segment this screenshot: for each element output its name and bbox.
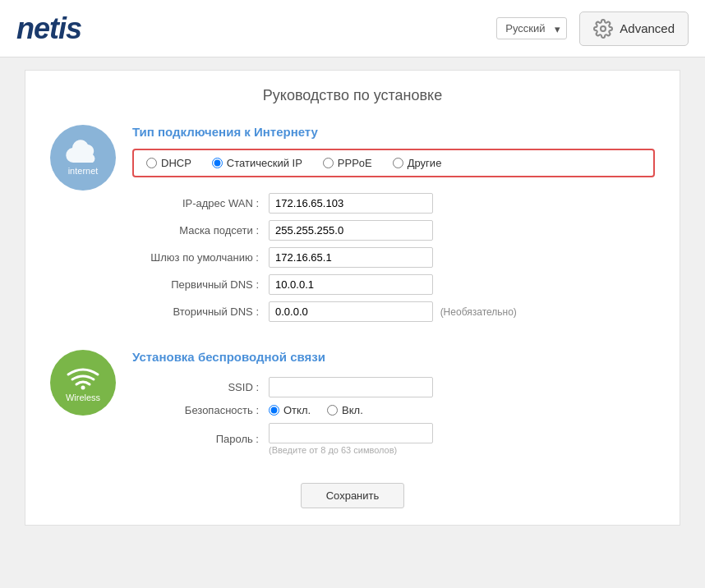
- gateway-row: Шлюз по умолчанию :: [132, 244, 655, 271]
- internet-icon: internet: [50, 125, 116, 191]
- wan-ip-label: IP-адрес WAN :: [132, 190, 264, 217]
- other-label: Другие: [408, 157, 442, 169]
- main-content: Руководство по установке internet Тип по…: [25, 70, 680, 526]
- secondary-dns-label: Вторичный DNS :: [132, 298, 264, 325]
- gateway-input[interactable]: [269, 247, 433, 268]
- security-off-option[interactable]: Откл.: [269, 404, 311, 416]
- subnet-cell: [264, 217, 655, 244]
- password-row: Пароль : (Введите от 8 до 63 символов): [132, 420, 655, 458]
- save-button[interactable]: Сохранить: [301, 483, 405, 508]
- svg-point-0: [601, 26, 606, 31]
- password-cell: (Введите от 8 до 63 символов): [264, 420, 655, 458]
- static-radio[interactable]: [212, 158, 223, 168]
- pppoe-option[interactable]: PPPoE: [323, 157, 372, 169]
- wireless-section-content: Установка беспроводной связи SSID : Безо…: [132, 350, 655, 458]
- internet-section-content: Тип подключения к Интернету DHCP Статиче…: [132, 125, 655, 325]
- security-on-option[interactable]: Вкл.: [327, 404, 363, 416]
- security-on-label: Вкл.: [342, 404, 363, 416]
- internet-icon-label: internet: [68, 166, 99, 176]
- password-input[interactable]: [269, 423, 433, 443]
- wireless-form: SSID : Безопасность : Откл.: [132, 374, 655, 458]
- page-title: Руководство по установке: [50, 87, 655, 104]
- security-options: Откл. Вкл.: [269, 404, 650, 416]
- language-select[interactable]: Русский English: [496, 17, 567, 39]
- security-row: Безопасность : Откл. Вкл.: [132, 401, 655, 420]
- header: netis Русский English Advanced: [0, 0, 705, 57]
- wireless-heading: Установка беспроводной связи: [132, 350, 655, 364]
- ssid-input[interactable]: [269, 377, 433, 397]
- internet-form: IP-адрес WAN : Маска подсети : Шлюз по у…: [132, 190, 655, 325]
- wireless-icon: Wireless: [50, 350, 116, 416]
- static-ip-option[interactable]: Статический IP: [212, 157, 302, 169]
- subnet-row: Маска подсети :: [132, 217, 655, 244]
- optional-text: (Необязательно): [436, 306, 517, 318]
- connection-type-box: DHCP Статический IP PPPoE Другие: [132, 149, 655, 177]
- security-off-label: Откл.: [283, 404, 311, 416]
- secondary-dns-cell: (Необязательно): [264, 298, 655, 325]
- subnet-input[interactable]: [269, 220, 433, 241]
- other-option[interactable]: Другие: [393, 157, 442, 169]
- security-cell: Откл. Вкл.: [264, 401, 655, 420]
- advanced-label: Advanced: [620, 21, 675, 35]
- password-label: Пароль :: [132, 420, 264, 458]
- internet-heading: Тип подключения к Интернету: [132, 125, 655, 139]
- gateway-cell: [264, 244, 655, 271]
- primary-dns-label: Первичный DNS :: [132, 271, 264, 298]
- security-label: Безопасность :: [132, 401, 264, 420]
- wan-ip-cell: [264, 190, 655, 217]
- static-label: Статический IP: [227, 157, 302, 169]
- internet-section: internet Тип подключения к Интернету DHC…: [50, 125, 655, 325]
- wireless-section: Wireless Установка беспроводной связи SS…: [50, 350, 655, 458]
- logo: netis: [16, 11, 81, 46]
- svg-point-1: [81, 386, 85, 390]
- ssid-row: SSID :: [132, 374, 655, 401]
- secondary-dns-input[interactable]: [269, 301, 433, 322]
- subnet-label: Маска подсети :: [132, 217, 264, 244]
- language-wrapper[interactable]: Русский English: [496, 17, 567, 39]
- save-area: Сохранить: [50, 483, 655, 508]
- dhcp-label: DHCP: [161, 157, 191, 169]
- gateway-label: Шлюз по умолчанию :: [132, 244, 264, 271]
- wan-ip-row: IP-адрес WAN :: [132, 190, 655, 217]
- wifi-svg: [65, 363, 101, 391]
- cloud-svg: [65, 140, 101, 164]
- security-off-radio[interactable]: [269, 405, 279, 416]
- advanced-button[interactable]: Advanced: [579, 11, 689, 46]
- dhcp-option[interactable]: DHCP: [146, 157, 191, 169]
- primary-dns-row: Первичный DNS :: [132, 271, 655, 298]
- dhcp-radio[interactable]: [146, 158, 157, 168]
- wireless-icon-label: Wireless: [66, 393, 100, 402]
- gear-icon: [593, 19, 613, 39]
- secondary-dns-row: Вторичный DNS : (Необязательно): [132, 298, 655, 325]
- other-radio[interactable]: [393, 158, 403, 168]
- ssid-label: SSID :: [132, 374, 264, 401]
- security-on-radio[interactable]: [327, 405, 338, 416]
- primary-dns-input[interactable]: [269, 274, 433, 295]
- pppoe-label: PPPoE: [338, 157, 372, 169]
- pppoe-radio[interactable]: [323, 158, 334, 168]
- wan-ip-input[interactable]: [269, 193, 433, 214]
- header-right: Русский English Advanced: [496, 11, 689, 46]
- primary-dns-cell: [264, 271, 655, 298]
- password-hint: (Введите от 8 до 63 символов): [269, 445, 650, 455]
- ssid-cell: [264, 374, 655, 401]
